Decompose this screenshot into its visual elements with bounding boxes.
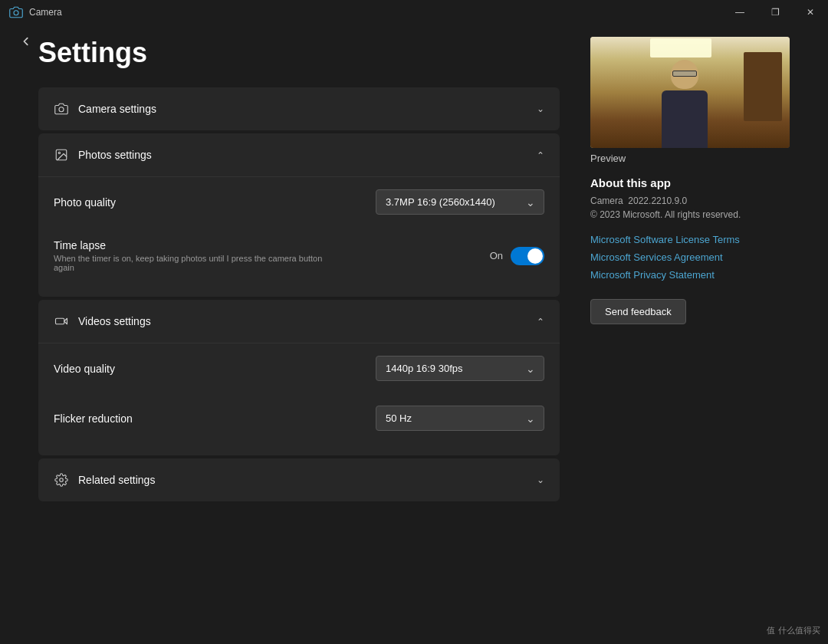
svg-marker-5 — [64, 318, 67, 324]
services-agreement-link[interactable]: Microsoft Services Agreement — [590, 251, 790, 263]
close-button[interactable]: ✕ — [793, 0, 828, 25]
photos-settings-content: Photo quality 3.7MP 16:9 (2560x1440) 2MP… — [38, 176, 560, 297]
about-text: Camera 2022.2210.9.0© 2023 Microsoft. Al… — [590, 194, 790, 222]
privacy-statement-link[interactable]: Microsoft Privacy Statement — [590, 269, 790, 281]
related-settings-header-left: Related settings — [54, 472, 155, 488]
app-title: Camera — [29, 7, 62, 18]
svg-point-1 — [59, 107, 64, 112]
right-panel: Preview About this app Camera 2022.2210.… — [590, 37, 790, 504]
camera-settings-section: Camera settings ⌄ — [38, 87, 560, 130]
photos-chevron-icon: ⌄ — [537, 150, 544, 160]
camera-icon — [54, 102, 68, 116]
photos-settings-section: Photos settings ⌄ Photo quality 3.7MP 16… — [38, 133, 560, 297]
left-panel: Settings Camera settings ⌄ — [38, 37, 560, 504]
video-quality-select[interactable]: 1440p 16:9 30fps 1080p 16:9 30fps 720p 1… — [376, 356, 544, 381]
photo-icon — [54, 148, 68, 162]
license-terms-link[interactable]: Microsoft Software License Terms — [590, 234, 790, 245]
send-feedback-button[interactable]: Send feedback — [590, 299, 686, 324]
camera-section-icon — [54, 101, 69, 117]
svg-rect-4 — [56, 318, 64, 324]
title-bar-left: Camera — [9, 5, 62, 19]
video-icon — [54, 314, 68, 328]
time-lapse-toggle[interactable] — [511, 247, 544, 265]
watermark-text: 什么值得买 — [778, 625, 820, 636]
flicker-reduction-select[interactable]: 50 Hz 60 Hz — [376, 406, 544, 431]
video-quality-label: Video quality — [54, 363, 115, 375]
photo-quality-label: Photo quality — [54, 196, 116, 209]
time-lapse-label: Time lapse — [54, 239, 345, 251]
minimize-button[interactable]: — — [722, 0, 757, 25]
photos-settings-header-left: Photos settings — [54, 147, 152, 163]
svg-point-0 — [14, 11, 18, 15]
flicker-reduction-row: Flicker reduction 50 Hz 60 Hz — [54, 393, 544, 443]
title-bar: Camera — ❐ ✕ — [0, 0, 828, 25]
related-section-icon — [54, 472, 69, 488]
time-lapse-toggle-wrapper: On — [490, 247, 544, 265]
photo-quality-row: Photo quality 3.7MP 16:9 (2560x1440) 2MP… — [54, 177, 544, 227]
camera-settings-header-left: Camera settings — [54, 101, 156, 117]
watermark-icon: 值 — [767, 625, 775, 636]
time-lapse-label-group: Time lapse When the timer is on, keep ta… — [54, 239, 345, 272]
flicker-reduction-dropdown-wrapper: 50 Hz 60 Hz — [376, 406, 544, 431]
videos-settings-content: Video quality 1440p 16:9 30fps 1080p 16:… — [38, 343, 560, 455]
main-content: Settings Camera settings ⌄ — [0, 32, 828, 504]
gear-icon — [54, 473, 68, 487]
about-title: About this app — [590, 176, 790, 189]
time-lapse-toggle-label: On — [490, 250, 503, 261]
related-settings-label: Related settings — [78, 474, 155, 486]
watermark: 值 什么值得买 — [767, 625, 820, 636]
app-icon — [9, 5, 23, 19]
photos-section-icon — [54, 147, 69, 163]
video-quality-row: Video quality 1440p 16:9 30fps 1080p 16:… — [54, 343, 544, 393]
related-settings-header[interactable]: Related settings ⌄ — [38, 458, 560, 501]
videos-settings-label: Videos settings — [78, 315, 151, 327]
videos-settings-header-left: Videos settings — [54, 314, 151, 329]
videos-section-icon — [54, 314, 69, 329]
videos-settings-header[interactable]: Videos settings ⌄ — [38, 300, 560, 343]
svg-point-6 — [60, 478, 64, 482]
svg-point-3 — [58, 152, 60, 153]
camera-settings-label: Camera settings — [78, 103, 156, 115]
flicker-reduction-label: Flicker reduction — [54, 412, 133, 425]
camera-settings-header[interactable]: Camera settings ⌄ — [38, 87, 560, 130]
video-quality-dropdown-wrapper: 1440p 16:9 30fps 1080p 16:9 30fps 720p 1… — [376, 356, 544, 381]
maximize-button[interactable]: ❐ — [757, 0, 793, 25]
photo-quality-dropdown-wrapper: 3.7MP 16:9 (2560x1440) 2MP 16:9 (1920x10… — [376, 189, 544, 215]
time-lapse-row: Time lapse When the timer is on, keep ta… — [54, 227, 544, 284]
photo-quality-select[interactable]: 3.7MP 16:9 (2560x1440) 2MP 16:9 (1920x10… — [376, 189, 544, 215]
preview-label: Preview — [590, 153, 790, 164]
page-title: Settings — [38, 37, 560, 69]
videos-chevron-icon: ⌄ — [537, 316, 544, 327]
videos-settings-section: Videos settings ⌄ Video quality 1440p 16… — [38, 300, 560, 455]
related-settings-section: Related settings ⌄ — [38, 458, 560, 501]
camera-chevron-icon: ⌄ — [537, 104, 544, 114]
preview-container — [590, 37, 790, 148]
related-chevron-icon: ⌄ — [537, 475, 544, 485]
back-icon — [21, 36, 31, 47]
back-button[interactable] — [14, 29, 38, 54]
camera-preview — [590, 37, 790, 148]
photos-settings-label: Photos settings — [78, 149, 152, 161]
time-lapse-sublabel: When the timer is on, keep taking photos… — [54, 254, 345, 272]
photos-settings-header[interactable]: Photos settings ⌄ — [38, 133, 560, 176]
title-bar-controls: — ❐ ✕ — [722, 0, 828, 25]
